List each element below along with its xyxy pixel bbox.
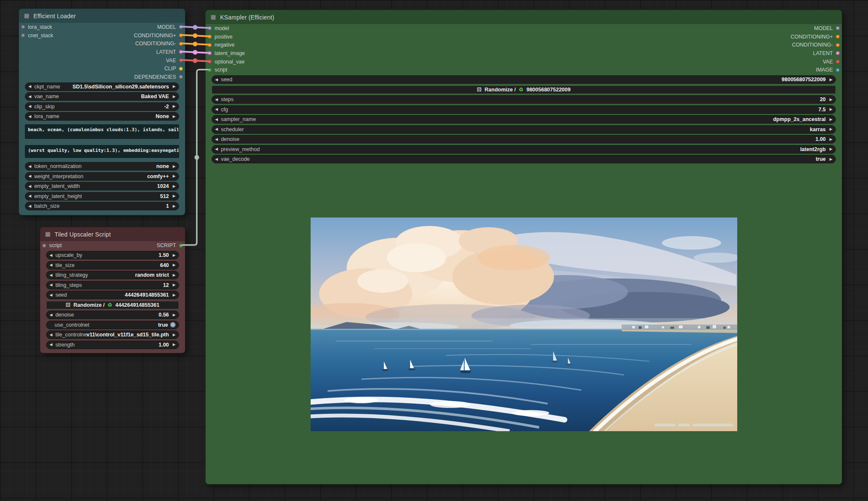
node-title-bar[interactable]: Tiled Upscaler Script	[40, 227, 185, 241]
output-slot-clip[interactable]: CLIP	[164, 66, 183, 72]
slot-dot-icon[interactable]	[836, 51, 840, 55]
widget-vae-decode[interactable]: ◀ vae_decode true ▶	[212, 155, 836, 163]
widget-strength[interactable]: ◀ strength 1.00 ▶	[46, 341, 179, 349]
input-slot-script[interactable]: script	[42, 242, 62, 248]
increment-arrow-icon[interactable]: ▶	[173, 283, 176, 287]
increment-arrow-icon[interactable]: ▶	[173, 105, 176, 108]
decrement-arrow-icon[interactable]: ◀	[28, 184, 31, 188]
widget-batch-size[interactable]: ◀ batch_size 1 ▶	[25, 202, 179, 210]
decrement-arrow-icon[interactable]: ◀	[28, 204, 31, 208]
decrement-arrow-icon[interactable]: ◀	[50, 293, 52, 297]
input-slot-latent-image[interactable]: latent_image	[208, 50, 245, 56]
widget-empty-latent-height[interactable]: ◀ empty_latent_height 512 ▶	[25, 192, 179, 201]
increment-arrow-icon[interactable]: ▶	[173, 253, 176, 257]
slot-dot-icon[interactable]	[42, 244, 46, 248]
widget-lora-name[interactable]: ◀ lora_name None ▶	[25, 112, 179, 121]
slot-dot-icon[interactable]	[836, 35, 840, 39]
widget-ckpt-name[interactable]: ◀ ckpt_name SD1.5\sdSilicon_silicon29.sa…	[25, 83, 179, 91]
slot-dot-icon[interactable]	[208, 35, 212, 39]
widget-tiling-steps[interactable]: ◀ tiling_steps 12 ▶	[46, 281, 179, 289]
input-slot-negative[interactable]: negative	[208, 42, 234, 48]
input-slot-model[interactable]: model	[208, 25, 229, 31]
widget-tile-size[interactable]: ◀ tile_size 640 ▶	[46, 261, 179, 270]
toggle-knob-icon[interactable]	[170, 322, 176, 328]
widget-steps[interactable]: ◀ steps 20 ▶	[212, 95, 836, 104]
input-slot-positive[interactable]: positive	[208, 34, 232, 40]
increment-arrow-icon[interactable]: ▶	[173, 313, 176, 317]
output-slot-vae[interactable]: VAE	[823, 59, 840, 65]
decrement-arrow-icon[interactable]: ◀	[215, 127, 218, 131]
increment-arrow-icon[interactable]: ▶	[173, 115, 176, 118]
slot-dot-icon[interactable]	[179, 42, 183, 46]
widget-seed[interactable]: ◀ seed 980056807522009 ▶	[212, 75, 836, 84]
node-efficient-loader[interactable]: Efficient Loader lora_stack MODEL cnet_s…	[19, 8, 185, 215]
increment-arrow-icon[interactable]: ▶	[173, 263, 176, 267]
decrement-arrow-icon[interactable]: ◀	[215, 98, 218, 102]
decrement-arrow-icon[interactable]: ◀	[50, 273, 52, 277]
decrement-arrow-icon[interactable]: ◀	[28, 105, 31, 108]
slot-dot-icon[interactable]	[208, 51, 212, 55]
slot-dot-icon[interactable]	[836, 60, 840, 63]
increment-arrow-icon[interactable]: ▶	[829, 118, 832, 121]
decrement-arrow-icon[interactable]: ◀	[215, 147, 218, 151]
output-slot-conditioning-plus[interactable]: CONDITIONING+	[791, 34, 840, 40]
increment-arrow-icon[interactable]: ▶	[173, 293, 176, 297]
increment-arrow-icon[interactable]: ▶	[829, 157, 832, 161]
randomize-seed-button[interactable]: ⚄ Randomize / ♻ 444264914855361	[46, 301, 179, 309]
increment-arrow-icon[interactable]: ▶	[173, 204, 176, 208]
increment-arrow-icon[interactable]: ▶	[173, 85, 176, 88]
node-tiled-upscaler-script[interactable]: Tiled Upscaler Script script SCRIPT ◀ up…	[40, 227, 185, 353]
widget-weight-interpretation[interactable]: ◀ weight_interpretation comfy++ ▶	[25, 172, 179, 181]
output-slot-image[interactable]: IMAGE	[816, 67, 840, 73]
widget-preview-method[interactable]: ◀ preview_method latent2rgb ▶	[212, 145, 836, 154]
widget-denoise[interactable]: ◀ denoise 1.00 ▶	[212, 135, 836, 143]
decrement-arrow-icon[interactable]: ◀	[50, 283, 52, 287]
decrement-arrow-icon[interactable]: ◀	[50, 333, 52, 337]
increment-arrow-icon[interactable]: ▶	[173, 165, 176, 168]
widget-seed[interactable]: ◀ seed 444264914855361 ▶	[46, 291, 179, 299]
widget-token-normalization[interactable]: ◀ token_normalization none ▶	[25, 162, 179, 171]
widget-denoise[interactable]: ◀ denoise 0.56 ▶	[46, 311, 179, 319]
slot-dot-icon[interactable]	[836, 68, 840, 72]
slot-dot-icon[interactable]	[179, 25, 183, 29]
increment-arrow-icon[interactable]: ▶	[173, 194, 176, 198]
increment-arrow-icon[interactable]: ▶	[173, 343, 176, 347]
slot-dot-icon[interactable]	[179, 75, 183, 79]
output-slot-latent[interactable]: LATENT	[156, 49, 183, 55]
decrement-arrow-icon[interactable]: ◀	[28, 165, 31, 168]
decrement-arrow-icon[interactable]: ◀	[28, 95, 31, 99]
widget-upscale-by[interactable]: ◀ upscale_by 1.50 ▶	[46, 251, 179, 259]
slot-dot-icon[interactable]	[21, 25, 25, 29]
decrement-arrow-icon[interactable]: ◀	[28, 194, 31, 198]
slot-dot-icon[interactable]	[836, 43, 840, 47]
decrement-arrow-icon[interactable]: ◀	[28, 174, 31, 178]
output-slot-dependencies[interactable]: DEPENDENCIES	[134, 74, 183, 80]
output-slot-vae[interactable]: VAE	[166, 58, 183, 63]
node-ksampler-efficient[interactable]: KSampler (Efficient) model MODEL positiv…	[205, 10, 842, 484]
node-title-bar[interactable]: KSampler (Efficient)	[206, 10, 842, 24]
positive-prompt-textarea[interactable]: beach, ocean, (cumulonimbus clouds:1.3),…	[25, 124, 179, 139]
slot-dot-icon[interactable]	[208, 60, 212, 63]
input-slot-lora-stack[interactable]: lora_stack	[21, 24, 52, 30]
increment-arrow-icon[interactable]: ▶	[173, 333, 176, 337]
slot-dot-icon[interactable]	[208, 68, 212, 72]
widget-vae-name[interactable]: ◀ vae_name Baked VAE ▶	[25, 92, 179, 101]
randomize-seed-button[interactable]: ⚄ Randomize / ♻ 980056807522009	[212, 85, 836, 94]
widget-use-controlnet-toggle[interactable]: use_controlnet true	[46, 321, 179, 329]
slot-dot-icon[interactable]	[179, 33, 183, 37]
increment-arrow-icon[interactable]: ▶	[829, 138, 832, 141]
decrement-arrow-icon[interactable]: ◀	[215, 107, 218, 111]
widget-tile-controlnet[interactable]: ◀ tile_controlnet v11\control_v11f1e_sd1…	[46, 330, 179, 339]
widget-scheduler[interactable]: ◀ scheduler karras ▶	[212, 125, 836, 134]
decrement-arrow-icon[interactable]: ◀	[50, 253, 52, 257]
decrement-arrow-icon[interactable]: ◀	[50, 343, 52, 347]
output-slot-conditioning-plus[interactable]: CONDITIONING+	[134, 33, 183, 39]
widget-empty-latent-width[interactable]: ◀ empty_latent_width 1024 ▶	[25, 182, 179, 190]
increment-arrow-icon[interactable]: ▶	[173, 184, 176, 188]
slot-dot-icon[interactable]	[21, 33, 25, 37]
output-slot-conditioning-minus[interactable]: CONDITIONING-	[135, 41, 183, 47]
input-slot-cnet-stack[interactable]: cnet_stack	[21, 33, 53, 39]
output-slot-conditioning-minus[interactable]: CONDITIONING-	[792, 42, 840, 48]
decrement-arrow-icon[interactable]: ◀	[50, 263, 52, 267]
widget-cfg[interactable]: ◀ cfg 7.5 ▶	[212, 105, 836, 114]
